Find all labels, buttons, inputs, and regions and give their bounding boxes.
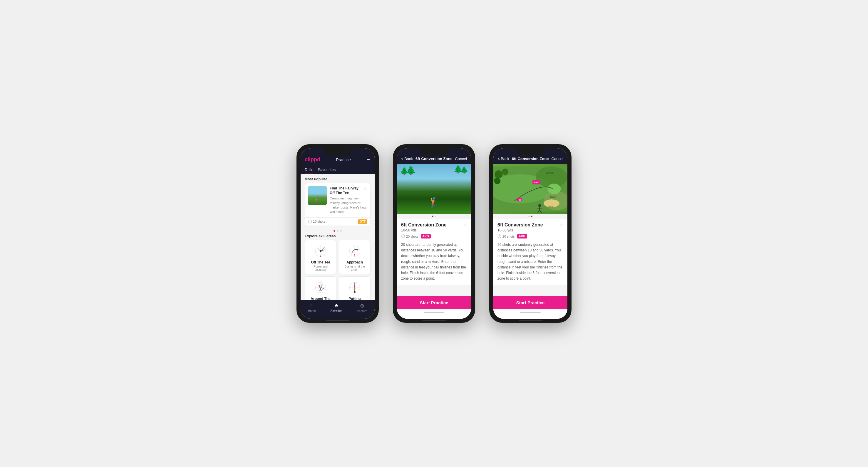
p1-menu-icon: ☰ [366, 157, 371, 162]
svg-point-12 [354, 254, 355, 256]
p2-start-practice-button[interactable]: Start Practice [397, 296, 471, 309]
nav-home[interactable]: ⌂ Home [308, 302, 316, 313]
p3-home-indicator [520, 312, 541, 313]
p2-cancel-button[interactable]: Cancel [455, 157, 467, 161]
p2-drill-name: 6ft Conversion Zone [401, 222, 446, 228]
p2-home-indicator [424, 312, 444, 313]
phone-3-notch [517, 148, 544, 155]
svg-point-7 [320, 256, 321, 257]
skill-putting[interactable]: Putting Make and lag practice [339, 276, 371, 300]
activities-nav-icon: ♣ [335, 302, 338, 309]
skill-grid: Off The Tee Power and accuracy [301, 240, 375, 300]
capture-nav-label: Capture [357, 309, 367, 313]
drill-map-image: Miss Hit FAIRWAY ROUGH SAND [493, 164, 567, 214]
p2-drill-info: 6ft Conversion Zone 10-50 yds ☆ 🕐 20 sho… [397, 219, 471, 242]
skill-ott-desc: Power and accuracy [307, 265, 334, 271]
svg-point-30 [354, 288, 355, 289]
p3-start-practice-button[interactable]: Start Practice [493, 296, 567, 309]
p3-cancel-button[interactable]: Cancel [552, 157, 563, 161]
p3-content: Miss Hit FAIRWAY ROUGH SAND [493, 164, 567, 296]
p1-logo: clippd [305, 157, 320, 163]
around-green-icon [313, 280, 328, 295]
svg-line-23 [320, 285, 322, 289]
most-popular-title: Most Popular [301, 174, 375, 183]
p3-drill-info: 6ft Conversion Zone 10-50 yds ☆ 🕐 20 sho… [493, 219, 567, 242]
home-nav-label: Home [308, 309, 316, 312]
p2-back-button[interactable]: < Back [401, 157, 413, 161]
svg-point-40 [494, 178, 501, 184]
card-dots [301, 229, 375, 233]
activities-nav-label: Activities [331, 309, 342, 312]
p2-drill-meta: 🕐 20 shots ARG [401, 234, 467, 238]
drill-photo: 🏌️ 🌲 🌲 🌲 🌲 [397, 164, 471, 214]
phone-1-screen: clippd Practice ☰ Drills Favourites Most… [301, 148, 375, 319]
home-indicator-3 [519, 320, 542, 321]
tab-drills[interactable]: Drills [305, 166, 313, 174]
p3-clock-icon: 🕐 [497, 234, 502, 238]
p3-description: 20 shots are randomly generated at dista… [493, 242, 567, 285]
p3-badge: ARG [517, 234, 527, 238]
drill-favourite-icon[interactable]: ☆ [364, 186, 367, 191]
svg-point-45 [538, 204, 541, 207]
drill-card-image: 🏌️ [308, 186, 327, 205]
p2-description: 20 shots are randomly generated at dista… [397, 242, 471, 285]
p3-bottom-bar [493, 309, 567, 319]
p1-bottom-nav: ⌂ Home ♣ Activities ⊕ Capture [301, 300, 375, 319]
phone-3-screen: < Back 6ft Conversion Zone Cancel [493, 148, 567, 319]
p2-clock-icon: 🕐 [401, 234, 405, 238]
skill-approach-name: Approach [341, 260, 368, 264]
skill-around-green[interactable]: Around The Green Hone your short game [305, 276, 336, 300]
p3-drill-range: 10-50 yds [497, 228, 543, 232]
skill-off-the-tee[interactable]: Off The Tee Power and accuracy [305, 240, 336, 274]
p3-drill-name: 6ft Conversion Zone [497, 222, 543, 228]
nav-capture[interactable]: ⊕ Capture [357, 302, 367, 313]
home-nav-icon: ⌂ [310, 302, 313, 309]
svg-text:ROUGH: ROUGH [550, 196, 557, 198]
p1-header-title: Practice [336, 158, 351, 162]
svg-point-6 [320, 250, 321, 252]
svg-point-37 [548, 184, 561, 194]
p2-drill-range: 10-50 yds [401, 228, 446, 232]
p3-favourite-icon[interactable]: ☆ [559, 222, 563, 227]
img-dot-1 [432, 215, 433, 217]
home-indicator-2 [422, 320, 446, 321]
p3-back-button[interactable]: < Back [497, 157, 509, 161]
p3-img-dot-2 [531, 215, 532, 217]
drill-subtitle: Off The Tee [330, 191, 359, 196]
svg-text:FAIRWAY: FAIRWAY [546, 172, 555, 174]
p2-badge: ARG [421, 234, 431, 238]
drill-name: Find The Fairway [330, 186, 359, 191]
p3-image-dots [493, 214, 567, 219]
svg-point-38 [495, 170, 503, 178]
p2-image-dots [397, 214, 471, 219]
p2-bottom-bar [397, 309, 471, 319]
drill-description: Create an imaginary fairway using trees … [330, 196, 367, 214]
explore-title: Explore skill areas [301, 233, 375, 240]
capture-nav-icon: ⊕ [360, 302, 364, 309]
putting-icon [347, 280, 362, 295]
skill-approach[interactable]: Approach Dial-in to hit the green [339, 240, 371, 274]
off-the-tee-icon [313, 244, 328, 259]
drill-shots: 🕐 10 shots [308, 220, 325, 224]
skill-ott-name: Off The Tee [307, 260, 334, 264]
p3-header-title: 6ft Conversion Zone [512, 157, 549, 161]
phone-2-notch [421, 148, 447, 155]
skill-approach-desc: Dial-in to hit the green [341, 265, 368, 271]
svg-line-13 [355, 249, 358, 251]
dot-1 [334, 230, 335, 232]
phone-1-notch [324, 148, 351, 155]
dot-3 [340, 230, 342, 232]
phone-2-screen: < Back 6ft Conversion Zone Cancel 🏌️ 🌲 🌲… [397, 148, 471, 319]
featured-drill-card[interactable]: 🏌️ Find The Fairway Off The Tee ☆ [305, 183, 371, 226]
svg-point-29 [354, 285, 355, 287]
svg-text:Hit: Hit [518, 199, 521, 201]
p2-favourite-icon[interactable]: ☆ [463, 222, 467, 227]
p2-shots: 🕐 20 shots [401, 234, 418, 238]
clock-icon: 🕐 [308, 220, 312, 223]
phone-2: < Back 6ft Conversion Zone Cancel 🏌️ 🌲 🌲… [393, 144, 475, 323]
tab-favourites[interactable]: Favourites [318, 166, 336, 174]
nav-activities[interactable]: ♣ Activities [331, 302, 342, 313]
svg-point-28 [354, 291, 355, 293]
drill-badge: OTT [358, 220, 367, 224]
phone-3: < Back 6ft Conversion Zone Cancel [489, 144, 571, 323]
